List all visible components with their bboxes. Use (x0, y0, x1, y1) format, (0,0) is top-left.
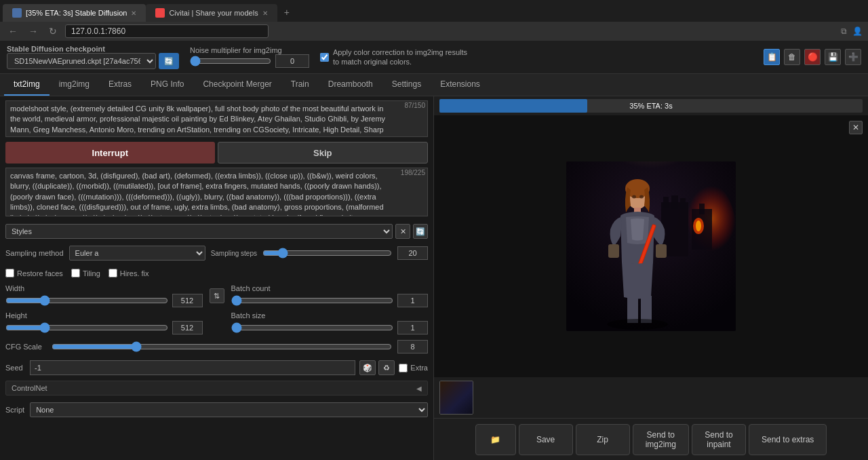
positive-counter: 87/150 (404, 102, 425, 109)
cfg-slider[interactable] (52, 341, 392, 352)
right-panel: 35% ETA: 3s ✕ (434, 96, 868, 460)
progress-bar-wrap: 35% ETA: 3s (434, 96, 868, 115)
tab-train[interactable]: Train (281, 74, 319, 96)
style-delete-button[interactable]: 🗑 (784, 49, 800, 65)
script-select[interactable]: None (30, 402, 428, 417)
extra-checkbox[interactable] (399, 364, 408, 372)
style-add-button[interactable]: ➕ (845, 49, 861, 65)
sampling-method-label: Sampling method (5, 249, 64, 257)
seed-input[interactable]: -1 (30, 360, 355, 375)
tab-png-info[interactable]: PNG Info (141, 74, 193, 96)
send-img2img-button[interactable]: Send to img2img (633, 424, 689, 455)
sampling-steps-slider[interactable] (262, 248, 392, 258)
batch-size-slider[interactable] (231, 322, 394, 333)
sampling-steps-label: Sampling steps (211, 250, 257, 257)
script-label: Script (5, 406, 24, 414)
batch-size-col: Batch size 1 (231, 311, 429, 334)
tab-checkpoint-merger[interactable]: Checkpoint Merger (193, 74, 281, 96)
styles-refresh-button[interactable]: 🔄 (413, 224, 428, 239)
width-slider[interactable] (5, 295, 168, 306)
batch-size-label: Batch size (231, 311, 429, 320)
open-folder-button[interactable]: 📁 (475, 424, 516, 455)
send-inpaint-button[interactable]: Send to inpaint (692, 424, 746, 455)
tab-txt2img[interactable]: txt2img (4, 74, 50, 96)
send-extras-button[interactable]: Send to extras (749, 424, 827, 455)
batch-size-value[interactable]: 1 (397, 321, 428, 334)
noise-slider[interactable] (190, 56, 271, 66)
seed-recycle-button[interactable]: ♻ (378, 360, 395, 375)
zip-label: Zip (597, 435, 608, 444)
noise-value-input[interactable] (275, 54, 309, 68)
batch-count-value[interactable]: 1 (397, 294, 428, 307)
positive-prompt-input[interactable]: modelshoot style, (extremely detailed CG… (5, 100, 428, 137)
generated-image (566, 161, 736, 331)
batch-count-slider[interactable] (231, 295, 394, 306)
style-paste-button[interactable]: 📋 (764, 49, 780, 65)
cfg-value[interactable]: 8 (397, 340, 428, 353)
styles-select[interactable]: Styles (5, 224, 393, 239)
negative-prompt-input[interactable]: canvas frame, cartoon, 3d, (disfigured),… (5, 168, 428, 216)
controlnet-section[interactable]: ControlNet ◀ (5, 381, 428, 396)
tab-icon-civitai (155, 8, 165, 18)
style-save-button[interactable]: 💾 (825, 49, 841, 65)
forward-button[interactable]: → (26, 26, 41, 37)
refresh-button[interactable]: ↻ (46, 26, 60, 37)
address-input[interactable] (65, 24, 269, 38)
sampling-steps-value[interactable]: 20 (397, 246, 428, 260)
hires-fix-label: Hires. fix (120, 269, 149, 277)
new-tab-button[interactable]: + (277, 3, 296, 22)
noise-label: Noise multiplier for img2img (190, 46, 309, 54)
checkpoint-select[interactable]: SD15NewVAEpruned.ckpt [27a4ac756c] (7, 53, 156, 69)
height-value[interactable]: 512 (172, 321, 203, 334)
negative-counter: 198/225 (401, 169, 425, 176)
extra-checkbox-label[interactable]: Extra (399, 364, 428, 372)
svg-rect-16 (608, 244, 619, 258)
tab-civitai[interactable]: Civitai | Share your models ✕ (146, 4, 277, 22)
color-correct-label: Apply color correction to img2img result… (333, 47, 469, 67)
checkpoint-refresh-button[interactable]: 🔄 (159, 53, 179, 69)
tab-icon-sd (12, 8, 22, 18)
tab-stable-diffusion[interactable]: [35% ETA: 3s] Stable Diffusion ✕ (3, 4, 146, 22)
checkpoint-section: Stable Diffusion checkpoint SD15NewVAEpr… (7, 45, 179, 69)
width-value[interactable]: 512 (172, 294, 203, 307)
tab-close-civitai[interactable]: ✕ (262, 9, 268, 17)
interrupt-button[interactable]: Interrupt (5, 142, 215, 164)
tab-settings[interactable]: Settings (382, 74, 431, 96)
noise-section: Noise multiplier for img2img (190, 46, 309, 68)
close-image-button[interactable]: ✕ (849, 121, 863, 134)
thumbnail-item[interactable] (439, 381, 473, 415)
image-area: ✕ (434, 115, 868, 377)
browser-chrome: [35% ETA: 3s] Stable Diffusion ✕ Civitai… (0, 0, 868, 41)
batch-count-label: Batch count (231, 284, 429, 292)
svg-rect-17 (656, 244, 667, 258)
zip-button[interactable]: Zip (576, 424, 630, 455)
tab-label-civitai: Civitai | Share your models (169, 9, 258, 17)
seed-random-button[interactable]: 🎲 (359, 360, 376, 375)
tab-label-sd: [35% ETA: 3s] Stable Diffusion (26, 9, 127, 17)
save-button[interactable]: Save (519, 424, 573, 455)
back-button[interactable]: ← (5, 26, 20, 37)
send-img2img-label: Send to img2img (646, 430, 676, 449)
tab-extensions[interactable]: Extensions (431, 74, 490, 96)
svg-point-13 (632, 195, 636, 199)
restore-faces-option[interactable]: Restore faces (5, 269, 63, 277)
height-label: Height (5, 311, 203, 320)
tiling-checkbox[interactable] (71, 269, 80, 277)
svg-rect-4 (671, 195, 678, 209)
tab-img2img[interactable]: img2img (50, 74, 99, 96)
color-correct-section: Apply color correction to img2img result… (320, 47, 469, 67)
swap-dimensions-button[interactable]: ⇅ (210, 288, 224, 303)
style-red-button[interactable]: 🔴 (804, 49, 821, 65)
tab-dreambooth[interactable]: Dreambooth (319, 74, 382, 96)
restore-faces-checkbox[interactable] (5, 269, 14, 277)
tab-extras[interactable]: Extras (99, 74, 141, 96)
hires-fix-checkbox[interactable] (108, 269, 117, 277)
color-correct-checkbox[interactable] (320, 53, 329, 62)
hires-fix-option[interactable]: Hires. fix (108, 269, 149, 277)
tiling-option[interactable]: Tiling (71, 269, 100, 277)
sampling-method-select[interactable]: Euler a (69, 246, 205, 261)
skip-button[interactable]: Skip (218, 142, 429, 164)
styles-apply-button[interactable]: ✕ (395, 224, 410, 239)
height-slider[interactable] (5, 322, 168, 333)
tab-close-sd[interactable]: ✕ (131, 9, 136, 17)
